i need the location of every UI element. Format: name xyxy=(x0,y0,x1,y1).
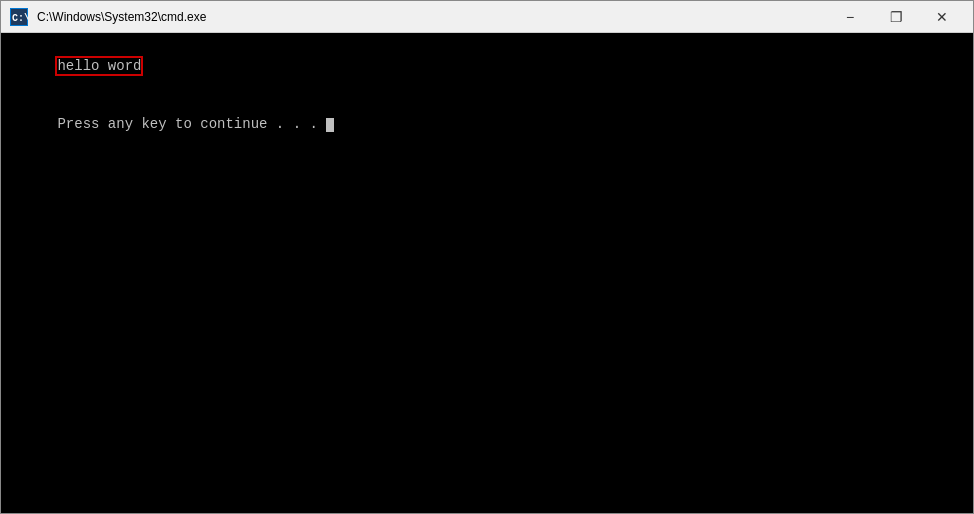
restore-button[interactable]: ❐ xyxy=(873,1,919,33)
app-icon: C:\ xyxy=(9,7,29,27)
window: C:\ C:\Windows\System32\cmd.exe − ❐ ✕ he… xyxy=(0,0,974,514)
title-bar: C:\ C:\Windows\System32\cmd.exe − ❐ ✕ xyxy=(1,1,973,33)
highlighted-output: hello word xyxy=(57,58,141,74)
window-controls: − ❐ ✕ xyxy=(827,1,965,33)
close-button[interactable]: ✕ xyxy=(919,1,965,33)
window-title: C:\Windows\System32\cmd.exe xyxy=(37,10,827,24)
console-line-2: Press any key to continue . . . xyxy=(7,96,967,155)
minimize-button[interactable]: − xyxy=(827,1,873,33)
console-line-1: hello word xyxy=(7,37,967,96)
press-any-key-text: Press any key to continue . . . xyxy=(57,116,326,132)
console-area[interactable]: hello word Press any key to continue . .… xyxy=(1,33,973,513)
cursor-blink xyxy=(326,118,334,132)
svg-text:C:\: C:\ xyxy=(12,13,28,24)
